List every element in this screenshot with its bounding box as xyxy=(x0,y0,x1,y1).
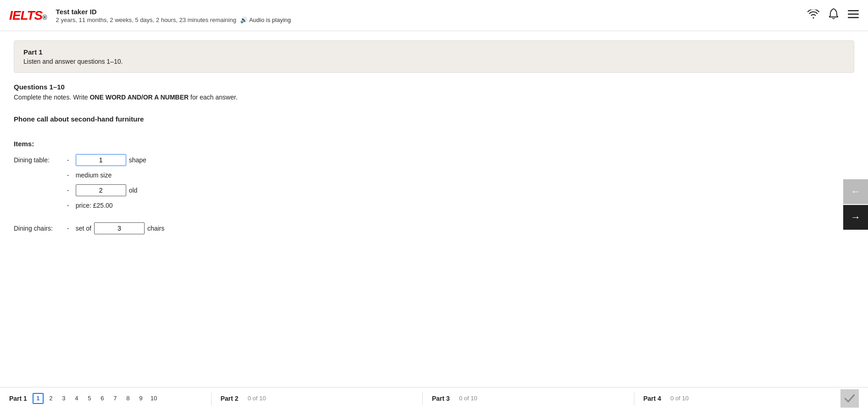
dash-5: - xyxy=(67,225,69,232)
prev-button[interactable]: ← xyxy=(843,179,868,204)
header-subtitle: 2 years, 11 months, 2 weeks, 5 days, 2 h… xyxy=(56,17,807,23)
submit-check-button[interactable] xyxy=(840,389,859,408)
dash-1: - xyxy=(67,156,69,164)
questions-description: Complete the notes. Write ONE WORD AND/O… xyxy=(14,94,854,101)
q-num-7[interactable]: 7 xyxy=(110,393,121,404)
svg-rect-2 xyxy=(848,17,859,18)
q-num-6[interactable]: 6 xyxy=(97,393,108,404)
dash-3: - xyxy=(67,187,69,194)
next-button[interactable]: → xyxy=(843,205,868,230)
q-num-10[interactable]: 10 xyxy=(148,393,159,404)
bottom-part-2: Part 2 0 of 10 xyxy=(221,395,414,402)
dining-table-label: Dining table: xyxy=(14,156,64,164)
speaker-icon: 🔊 xyxy=(240,17,247,23)
q-num-5[interactable]: 5 xyxy=(84,393,95,404)
header-icons xyxy=(807,8,859,22)
dining-chairs-row: Dining chairs: - set of chairs xyxy=(14,222,854,234)
dining-table-section: Dining table: - shape - medium size - ol… xyxy=(14,154,854,209)
wifi-icon xyxy=(807,10,819,21)
part-3-score: 0 of 10 xyxy=(459,395,477,402)
dash-2: - xyxy=(67,171,69,179)
dash-4: - xyxy=(67,202,69,209)
main-content: Part 1 Listen and answer questions 1–10.… xyxy=(0,31,868,387)
dining-chairs-label: Dining chairs: xyxy=(14,225,64,232)
q-num-1[interactable]: 1 xyxy=(33,393,44,404)
bottom-part-3: Part 3 0 of 10 xyxy=(432,395,625,402)
ielts-logo: IELTS® xyxy=(9,8,47,23)
questions-header: Questions 1–10 xyxy=(14,83,854,91)
menu-icon[interactable] xyxy=(848,10,859,21)
bottom-part-2-label: Part 2 xyxy=(221,395,239,402)
chairs-label: chairs xyxy=(147,225,164,232)
part-1-question-numbers: 1 2 3 4 5 6 7 8 9 10 xyxy=(33,393,159,404)
q-num-4[interactable]: 4 xyxy=(71,393,82,404)
bell-icon[interactable] xyxy=(829,8,839,22)
shape-label: shape xyxy=(129,156,146,164)
section-title: Phone call about second-hand furniture xyxy=(14,115,854,123)
svg-rect-1 xyxy=(848,14,859,15)
bottom-part-3-label: Part 3 xyxy=(432,395,450,402)
bottom-part-1-label: Part 1 xyxy=(9,395,27,402)
old-label: old xyxy=(129,187,138,194)
dining-table-row-4: - price: £25.00 xyxy=(67,202,854,209)
part-box-title: Part 1 xyxy=(23,48,845,56)
divider-2 xyxy=(422,392,423,405)
set-of-label: set of xyxy=(76,225,91,232)
divider-1 xyxy=(211,392,212,405)
navigation-buttons: ← → xyxy=(843,179,868,230)
q-num-2[interactable]: 2 xyxy=(45,393,56,404)
q-num-8[interactable]: 8 xyxy=(123,393,134,404)
part-box: Part 1 Listen and answer questions 1–10. xyxy=(14,40,854,73)
part-2-score: 0 of 10 xyxy=(247,395,266,402)
dining-table-row-1: Dining table: - shape xyxy=(14,154,854,166)
dining-table-row-3: - old xyxy=(67,184,854,196)
questions-desc-suffix: for each answer. xyxy=(189,94,238,101)
q-num-3[interactable]: 3 xyxy=(58,393,69,404)
bottom-bar: Part 1 1 2 3 4 5 6 7 8 9 10 Part 2 0 of … xyxy=(0,387,868,409)
svg-rect-0 xyxy=(848,10,859,11)
test-taker-id: Test taker ID xyxy=(56,8,807,16)
q-num-9[interactable]: 9 xyxy=(135,393,146,404)
part-4-score: 0 of 10 xyxy=(670,395,689,402)
answer-input-3[interactable] xyxy=(94,222,145,234)
bottom-part-4-label: Part 4 xyxy=(644,395,661,402)
bottom-part-1: Part 1 1 2 3 4 5 6 7 8 9 10 xyxy=(9,393,202,404)
questions-desc-plain: Complete the notes. Write xyxy=(14,94,90,101)
divider-3 xyxy=(634,392,634,405)
items-label: Items: xyxy=(14,140,854,148)
part-box-description: Listen and answer questions 1–10. xyxy=(23,58,845,65)
time-remaining: 2 years, 11 months, 2 weeks, 5 days, 2 h… xyxy=(56,17,236,23)
price-text: price: £25.00 xyxy=(76,202,113,209)
header-info: Test taker ID 2 years, 11 months, 2 week… xyxy=(56,8,807,23)
answer-input-2[interactable] xyxy=(76,184,126,196)
bottom-part-4: Part 4 0 of 10 xyxy=(644,395,836,402)
dining-table-row-2: - medium size xyxy=(67,171,854,179)
audio-status: 🔊 Audio is playing xyxy=(240,17,291,23)
header: IELTS® Test taker ID 2 years, 11 months,… xyxy=(0,0,868,31)
questions-desc-bold: ONE WORD AND/OR A NUMBER xyxy=(90,94,188,101)
medium-size-text: medium size xyxy=(76,171,112,179)
answer-input-1[interactable] xyxy=(76,154,126,166)
